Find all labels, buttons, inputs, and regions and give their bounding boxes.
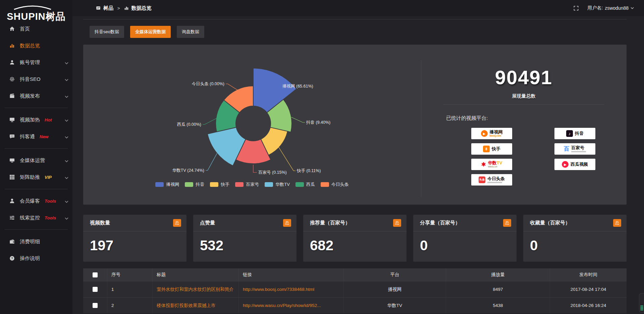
video-url-link[interactable]: http://www.boosj.com/7338468.html bbox=[239, 281, 344, 297]
stat-card-2: 推荐量（百家号）总682 bbox=[303, 215, 407, 262]
pie-label-line bbox=[277, 145, 296, 171]
platform-pill-华数TV: ✱华数TVwasu.cn bbox=[471, 159, 512, 170]
sidebar-item-5[interactable]: 视频加热Hot bbox=[0, 111, 72, 128]
sidebar-item-label: 视频加热 bbox=[20, 117, 40, 123]
sidebar-item-11[interactable]: 消费明细 bbox=[0, 233, 72, 250]
sidebar-item-label: 抖客通 bbox=[20, 134, 35, 140]
platform-name: 西瓜视频 bbox=[571, 162, 588, 167]
stat-value: 532 bbox=[193, 231, 297, 254]
fullscreen-icon[interactable] bbox=[574, 6, 579, 11]
sidebar-item-label: 抖音SEO bbox=[20, 76, 41, 83]
chevron-down-icon bbox=[65, 198, 68, 204]
legend-label: 播视网 bbox=[166, 181, 179, 188]
select-all-checkbox[interactable] bbox=[93, 272, 98, 277]
widget-stripe bbox=[640, 308, 643, 309]
sidebar-item-3[interactable]: 抖音SEO bbox=[0, 71, 72, 88]
table-header-cell: 序号 bbox=[107, 268, 153, 281]
legend-swatch bbox=[155, 182, 164, 187]
table-cell: 2017-08-24 17:04 bbox=[550, 281, 627, 297]
data-tabs: 抖音seo数据全媒体运营数据询盘数据 bbox=[90, 26, 204, 38]
legend-swatch bbox=[185, 182, 193, 187]
video-url-link[interactable]: http://www.wasu.cn/Play/show/id/952... bbox=[239, 298, 344, 313]
sidebar-item-7[interactable]: 全媒体运营 bbox=[0, 152, 72, 169]
legend-item-百家号[interactable]: 百家号 bbox=[235, 181, 259, 188]
stat-card-0: 视频数量总197 bbox=[83, 215, 186, 262]
total-badge: 总 bbox=[173, 219, 181, 227]
table-cell: 8497 bbox=[446, 281, 550, 297]
sidebar-divider bbox=[5, 229, 68, 230]
tab-2[interactable]: 询盘数据 bbox=[177, 26, 204, 38]
video-title-link[interactable]: 楼体投影灯投影效果震撼上市 bbox=[153, 298, 239, 313]
breadcrumb-item[interactable]: 数据总览 bbox=[131, 5, 152, 11]
board-icon bbox=[96, 6, 101, 10]
baijiahao-logo-icon: 百 bbox=[564, 146, 569, 153]
sidebar-item-12[interactable]: ?操作说明 bbox=[0, 250, 72, 267]
summary-divider bbox=[443, 104, 604, 105]
chevron-down-icon bbox=[65, 215, 68, 221]
legend-label: 华数TV bbox=[275, 181, 290, 188]
sidebar: SHUPIN树品 首页数据总览账号管理抖音SEO视频发布视频加热Hot抖客通Ne… bbox=[0, 0, 72, 314]
breadcrumb-separator: > bbox=[116, 6, 121, 11]
legend-item-西瓜[interactable]: 西瓜 bbox=[296, 181, 315, 188]
widget-stripe bbox=[640, 306, 643, 306]
sidebar-item-4[interactable]: 视频发布 bbox=[0, 88, 72, 104]
pie-legend: 播视网抖音快手百家号华数TV西瓜今日头条 bbox=[83, 181, 421, 188]
legend-swatch bbox=[321, 182, 329, 187]
legend-item-快手[interactable]: 快手 bbox=[210, 181, 229, 188]
stat-card-4: 收藏量（百家号）总0 bbox=[523, 215, 627, 262]
table-cell: 5438 bbox=[446, 298, 550, 313]
table-header-cell: 播放量 bbox=[446, 268, 550, 281]
sidebar-item-6[interactable]: 抖客通New bbox=[0, 128, 72, 145]
stat-title: 点赞量 bbox=[200, 220, 215, 226]
side-float-widget[interactable] bbox=[639, 293, 644, 313]
table-cell bbox=[83, 281, 107, 297]
sidebar-item-label: 消费明细 bbox=[20, 239, 40, 245]
platform-sub: boosj.com bbox=[490, 135, 501, 137]
grid-icon bbox=[9, 174, 15, 180]
legend-item-抖音[interactable]: 抖音 bbox=[185, 181, 204, 188]
video-title-link[interactable]: 室外水纹灯和室内水纹灯的区别和简介 bbox=[153, 281, 239, 297]
breadcrumb-item[interactable]: 树品 bbox=[103, 5, 113, 11]
tab-0[interactable]: 抖音seo数据 bbox=[90, 26, 124, 38]
sidebar-divider bbox=[5, 108, 68, 108]
sidebar-item-badge: New bbox=[40, 134, 49, 139]
platform-share-pie-chart: 播视网 (65.61%)抖音 (9.40%)快手 (0.11%)百家号 (0.1… bbox=[83, 45, 421, 205]
legend-item-华数TV[interactable]: 华数TV bbox=[265, 181, 290, 188]
platform-name: 百家号 bbox=[571, 146, 584, 150]
sidebar-item-0[interactable]: 首页 bbox=[0, 20, 72, 37]
platform-list-right: ♪抖音百百家号▶西瓜视频 bbox=[554, 128, 595, 170]
sidebar-item-2[interactable]: 账号管理 bbox=[0, 54, 72, 71]
sidebar-item-label: 操作说明 bbox=[20, 255, 40, 262]
table-header-cell: 发布时间 bbox=[550, 268, 627, 281]
row-checkbox[interactable] bbox=[93, 303, 98, 308]
sidebar-item-8[interactable]: 矩阵助推VIP bbox=[0, 169, 72, 186]
content-divider bbox=[83, 19, 627, 19]
pie-slice-label: 百家号 (0.15%) bbox=[258, 170, 287, 175]
impressions-total-value: 90491 bbox=[421, 66, 627, 89]
topbar: 树品>数据总览 用户名: zswodun88 bbox=[72, 0, 644, 16]
legend-item-今日头条[interactable]: 今日头条 bbox=[321, 181, 349, 188]
legend-swatch bbox=[265, 182, 273, 187]
table-cell: 2 bbox=[107, 298, 153, 313]
tab-1[interactable]: 全媒体运营数据 bbox=[130, 26, 171, 38]
platform-pill-播视网: ▶播视网boosj.com bbox=[471, 128, 512, 139]
table-header-cell bbox=[83, 268, 107, 281]
platform-sub-bar bbox=[571, 151, 586, 152]
breadcrumb: 树品>数据总览 bbox=[96, 5, 152, 11]
stat-value: 0 bbox=[523, 231, 627, 254]
row-checkbox[interactable] bbox=[93, 287, 98, 292]
sidebar-item-10[interactable]: 线索监控Tools bbox=[0, 209, 72, 226]
sidebar-item-1[interactable]: 数据总览 bbox=[0, 37, 72, 54]
monitor-icon bbox=[9, 117, 15, 122]
sidebar-item-9[interactable]: 会员爆客Tools bbox=[0, 193, 72, 209]
table-cell: 1 bbox=[107, 281, 153, 297]
pie-slice-label: 西瓜 (0.00%) bbox=[177, 122, 201, 127]
user-menu[interactable]: 用户名: zswodun88 bbox=[587, 5, 634, 11]
sidebar-item-label: 全媒体运营 bbox=[20, 157, 45, 164]
chevron-down-icon bbox=[65, 93, 68, 99]
stat-cards: 视频数量总197点赞量总532推荐量（百家号）总682分享量（百家号）总0收藏量… bbox=[83, 215, 627, 262]
pie-slice-label: 今日头条 (0.00%) bbox=[192, 82, 224, 86]
sidebar-item-label: 首页 bbox=[20, 26, 30, 32]
platform-name: 抖音 bbox=[575, 131, 584, 136]
legend-item-播视网[interactable]: 播视网 bbox=[155, 181, 179, 188]
